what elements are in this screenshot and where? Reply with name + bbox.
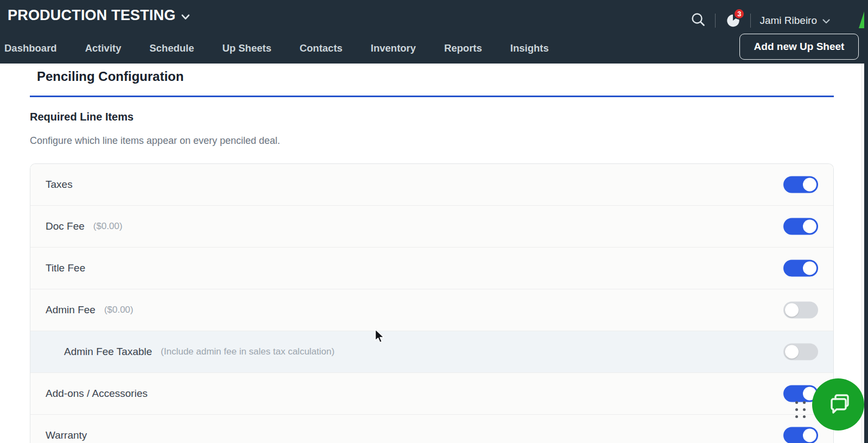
line-item-label: Doc Fee <box>46 220 85 232</box>
header-actions: 3 Jami Ribeiro <box>690 12 830 29</box>
chat-drag-handle-icon[interactable] <box>795 401 806 418</box>
nav-item-up-sheets[interactable]: Up Sheets <box>222 42 271 54</box>
chevron-down-icon <box>822 15 830 27</box>
section-description: Configure which line items appear on eve… <box>30 135 280 147</box>
search-icon[interactable] <box>690 11 706 30</box>
nav-item-reports[interactable]: Reports <box>444 42 482 54</box>
line-item-toggle[interactable] <box>783 260 818 277</box>
line-items-card: Taxes Doc Fee ($0.00) Title Fee Admin Fe… <box>30 163 834 443</box>
title-underline <box>30 96 834 97</box>
line-item-row: Add-ons / Accessories <box>30 373 833 415</box>
line-item-row: Title Fee <box>30 248 833 289</box>
line-item-note: ($0.00) <box>104 305 133 315</box>
user-menu[interactable]: Jami Ribeiro <box>760 15 830 27</box>
right-edge-strip <box>864 0 868 443</box>
line-item-label: Admin Fee Taxable <box>64 346 152 358</box>
line-item-row: Admin Fee ($0.00) <box>30 289 833 331</box>
workspace-name: PRODUCTION TESTING <box>8 7 176 24</box>
header-divider <box>750 14 751 28</box>
line-item-label: Taxes <box>46 179 73 191</box>
line-item-label: Admin Fee <box>46 304 95 316</box>
add-new-up-sheet-button[interactable]: Add new Up Sheet <box>739 34 859 60</box>
line-item-note: ($0.00) <box>93 221 123 232</box>
nav-item-insights[interactable]: Insights <box>510 42 549 54</box>
nav-item-activity[interactable]: Activity <box>85 42 122 54</box>
nav-item-contacts[interactable]: Contacts <box>299 42 342 54</box>
line-item-toggle[interactable] <box>783 302 818 319</box>
line-item-label: Warranty <box>46 429 87 441</box>
line-item-row: Taxes <box>30 164 833 206</box>
line-item-row: Doc Fee ($0.00) <box>30 206 833 248</box>
section-title: Required Line Items <box>30 111 133 123</box>
line-item-label: Title Fee <box>46 262 85 274</box>
chevron-down-icon <box>181 7 190 24</box>
toggle-knob <box>803 220 816 233</box>
notification-count-badge: 3 <box>733 8 745 20</box>
toggle-knob <box>803 429 816 442</box>
primary-nav: Dashboard Activity Schedule Up Sheets Co… <box>4 42 548 54</box>
nav-item-schedule[interactable]: Schedule <box>149 42 194 54</box>
toggle-knob <box>803 262 816 275</box>
line-item-toggle[interactable] <box>783 344 818 360</box>
nav-item-dashboard[interactable]: Dashboard <box>4 42 57 54</box>
app-header: PRODUCTION TESTING Dashboard Activity Sc… <box>0 0 868 64</box>
line-item-label: Add-ons / Accessories <box>46 388 148 400</box>
scrollbar-gutter <box>861 64 862 443</box>
nav-item-inventory[interactable]: Inventory <box>371 42 416 54</box>
page-title: Penciling Configuration <box>37 69 184 84</box>
workspace-switcher[interactable]: PRODUCTION TESTING <box>8 7 190 24</box>
line-item-note: (Include admin fee in sales tax calculat… <box>161 346 334 357</box>
toggle-knob <box>785 345 799 359</box>
chat-launcher-button[interactable] <box>812 378 864 431</box>
line-item-toggle[interactable] <box>783 218 818 235</box>
header-divider <box>715 14 716 28</box>
notifications-button[interactable]: 3 <box>724 12 742 29</box>
line-item-toggle[interactable] <box>783 427 818 443</box>
line-item-row: Admin Fee Taxable (Include admin fee in … <box>30 331 833 373</box>
line-item-toggle[interactable] <box>783 176 818 193</box>
chat-bubbles-icon <box>826 393 851 417</box>
toggle-knob <box>803 178 816 192</box>
user-name: Jami Ribeiro <box>760 15 817 27</box>
toggle-knob <box>785 303 799 317</box>
line-item-row: Warranty <box>30 415 833 443</box>
